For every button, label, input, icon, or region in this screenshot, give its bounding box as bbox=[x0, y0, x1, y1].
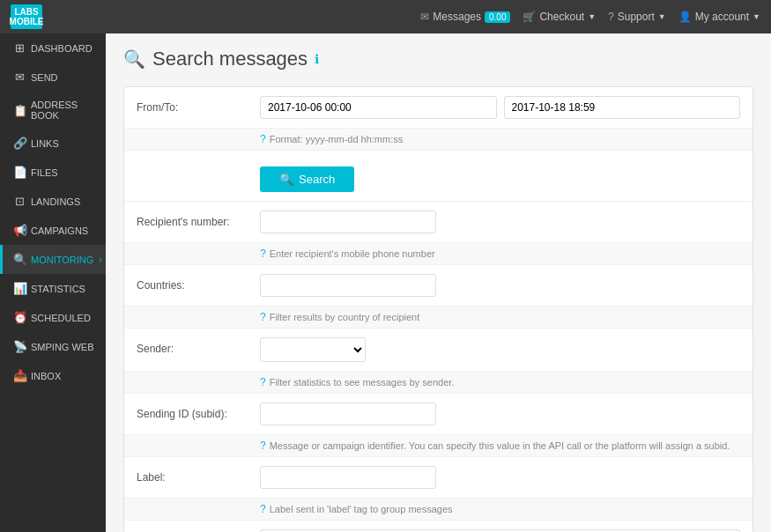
recipient-hint: Enter recipient's mobile phone number bbox=[270, 248, 435, 259]
message-row: Message: bbox=[124, 521, 752, 532]
date-range-field bbox=[260, 96, 740, 119]
sidebar-label-smping-web: SMPING WEB bbox=[31, 342, 94, 352]
smping-web-icon: 📡 bbox=[13, 340, 26, 353]
messages-nav[interactable]: ✉ Messages 0.00 bbox=[420, 11, 510, 23]
send-icon: ✉ bbox=[13, 70, 26, 84]
label-hint-icon: ? bbox=[260, 503, 266, 515]
sidebar-item-statistics[interactable]: 📊 STATISTICS bbox=[0, 274, 106, 303]
date-hint-icon: ? bbox=[260, 133, 266, 145]
sender-field bbox=[260, 337, 740, 362]
files-icon: 📄 bbox=[13, 166, 26, 179]
sidebar-label-campaigns: CAMPAIGNS bbox=[31, 225, 88, 236]
sidebar-label-send: SEND bbox=[31, 72, 58, 83]
recipient-input[interactable] bbox=[260, 211, 436, 233]
date-range bbox=[260, 96, 740, 119]
sidebar-label-monitoring: MONITORING bbox=[31, 255, 93, 265]
recipient-hint-icon: ? bbox=[260, 248, 266, 260]
date-hint-row: ? Format: yyyy-mm-dd hh:mm:ss bbox=[124, 129, 752, 151]
search-button[interactable]: 🔍 Search bbox=[260, 166, 354, 192]
label-input[interactable] bbox=[260, 466, 436, 489]
sending-id-hint-icon: ? bbox=[260, 440, 266, 452]
search-btn-label: Search bbox=[299, 173, 335, 186]
sender-hint: Filter statistics to see messages by sen… bbox=[270, 377, 455, 388]
inbox-icon: 📥 bbox=[13, 369, 26, 382]
sidebar-label-address-book: ADDRESS BOOK bbox=[31, 100, 95, 121]
page-title: Search messages bbox=[152, 48, 308, 70]
sidebar-item-files[interactable]: 📄 FILES bbox=[0, 158, 106, 187]
monitoring-icon: 🔍 bbox=[13, 253, 26, 266]
countries-input[interactable] bbox=[260, 274, 436, 297]
sidebar-item-dashboard[interactable]: ⊞ DASHBOARD bbox=[0, 33, 106, 63]
countries-row: Countries: bbox=[124, 265, 752, 307]
label-hint: Label sent in 'label' tag to group messa… bbox=[270, 504, 453, 514]
sending-id-hint-row: ? Message or campaign identifier. You ca… bbox=[124, 435, 752, 457]
account-nav[interactable]: 👤 My account ▼ bbox=[678, 11, 760, 23]
recipient-field bbox=[260, 211, 740, 233]
sidebar-item-scheduled[interactable]: ⏰ SCHEDULED bbox=[0, 303, 106, 332]
date-to-input[interactable] bbox=[504, 96, 741, 119]
from-to-row: From/To: bbox=[124, 87, 752, 129]
countries-hint: Filter results by country of recipient bbox=[270, 312, 420, 322]
sender-hint-icon: ? bbox=[260, 376, 266, 388]
label-field bbox=[260, 466, 740, 489]
sidebar-item-campaigns[interactable]: 📢 CAMPAIGNS bbox=[0, 216, 106, 245]
date-from-input[interactable] bbox=[260, 96, 497, 119]
label-row: Label: bbox=[124, 457, 752, 499]
sender-row: Sender: bbox=[124, 329, 752, 372]
logo-text: LABSMOBILE bbox=[10, 7, 44, 26]
sidebar-label-landings: LANDINGS bbox=[31, 196, 80, 207]
sidebar-label-links: LINKS bbox=[31, 138, 59, 149]
sidebar-label-inbox: INBOX bbox=[31, 371, 61, 381]
nav-right: ✉ Messages 0.00 🛒 Checkout ▼ ? Support ▼… bbox=[420, 11, 760, 23]
sidebar-item-monitoring[interactable]: 🔍 MONITORING › bbox=[0, 245, 106, 274]
countries-hint-icon: ? bbox=[260, 311, 266, 323]
sending-id-input[interactable] bbox=[260, 403, 436, 425]
sidebar-item-inbox[interactable]: 📥 INBOX bbox=[0, 361, 106, 390]
sidebar-item-links[interactable]: 🔗 LINKS bbox=[0, 129, 106, 158]
countries-hint-row: ? Filter results by country of recipient bbox=[124, 307, 752, 329]
search-button-row: 🔍 Search bbox=[124, 151, 752, 202]
sidebar-label-scheduled: SCHEDULED bbox=[31, 313, 91, 323]
logo: LABSMOBILE bbox=[11, 4, 42, 29]
sender-label: Sender: bbox=[137, 337, 260, 355]
title-info-icon[interactable]: ℹ bbox=[315, 52, 319, 66]
sending-id-field bbox=[260, 403, 740, 425]
recipient-label: Recipient's number: bbox=[137, 211, 260, 228]
sidebar-label-files: FILES bbox=[31, 167, 58, 178]
from-to-label: From/To: bbox=[137, 96, 260, 114]
checkout-nav[interactable]: 🛒 Checkout ▼ bbox=[523, 11, 596, 23]
sidebar-item-landings[interactable]: ⊡ LANDINGS bbox=[0, 187, 106, 216]
countries-label: Countries: bbox=[137, 274, 260, 292]
search-form: From/To: ? Format: yyyy-mm-dd hh:mm:ss bbox=[123, 86, 753, 532]
account-chevron: ▼ bbox=[752, 12, 760, 21]
support-chevron: ▼ bbox=[658, 12, 666, 21]
label-label: Label: bbox=[137, 466, 260, 484]
sending-id-hint: Message or campaign identifier. You can … bbox=[270, 440, 730, 451]
sender-select[interactable] bbox=[260, 337, 366, 362]
date-hint: Format: yyyy-mm-dd hh:mm:ss bbox=[270, 134, 404, 144]
support-nav[interactable]: ? Support ▼ bbox=[608, 11, 666, 23]
links-icon: 🔗 bbox=[13, 137, 26, 150]
statistics-icon: 📊 bbox=[13, 282, 26, 295]
monitoring-arrow-icon: › bbox=[99, 255, 101, 264]
app-container: LABSMOBILE ✉ Messages 0.00 🛒 Checkout ▼ … bbox=[0, 0, 771, 532]
sidebar: ⊞ DASHBOARD ✉ SEND 📋 ADDRESS BOOK 🔗 LINK… bbox=[0, 33, 106, 532]
label-hint-row: ? Label sent in 'label' tag to group mes… bbox=[124, 499, 752, 521]
campaigns-icon: 📢 bbox=[13, 224, 26, 237]
page-title-row: 🔍 Search messages ℹ bbox=[123, 48, 753, 70]
sidebar-item-address-book[interactable]: 📋 ADDRESS BOOK bbox=[0, 92, 106, 129]
sidebar-label-statistics: STATISTICS bbox=[31, 284, 85, 294]
sidebar-item-smping-web[interactable]: 📡 SMPING WEB bbox=[0, 332, 106, 361]
messages-label: Messages bbox=[433, 11, 481, 23]
address-book-icon: 📋 bbox=[13, 104, 26, 117]
countries-field bbox=[260, 274, 740, 297]
dashboard-icon: ⊞ bbox=[13, 41, 26, 55]
search-btn-icon: 🔍 bbox=[279, 173, 293, 186]
sending-id-label: Sending ID (subid): bbox=[137, 403, 260, 420]
main-content: 🔍 Search messages ℹ From/To: bbox=[106, 33, 771, 532]
checkout-chevron: ▼ bbox=[588, 12, 596, 21]
logo-box: LABSMOBILE bbox=[11, 4, 42, 29]
sidebar-item-send[interactable]: ✉ SEND bbox=[0, 63, 106, 92]
sending-id-row: Sending ID (subid): bbox=[124, 394, 752, 435]
sidebar-label-dashboard: DASHBOARD bbox=[31, 43, 93, 54]
